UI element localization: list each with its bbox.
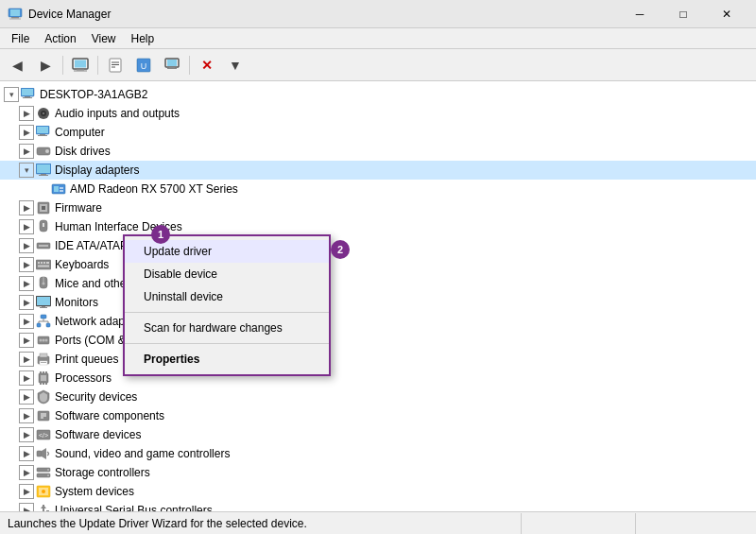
expand-ide[interactable]: ▶ [19, 238, 34, 253]
tree-item-usb[interactable]: ▶ Universal Serial Bus controllers [0, 501, 756, 511]
svg-point-30 [45, 149, 49, 153]
tree-item-softcomp[interactable]: ▶ Software components [0, 406, 756, 425]
tree-item-print[interactable]: ▶ Print queues [0, 350, 756, 369]
expand-monitors[interactable]: ▶ [19, 295, 34, 310]
menu-help[interactable]: Help [124, 30, 163, 47]
expand-system[interactable]: ▶ [19, 484, 34, 499]
expand-hid[interactable]: ▶ [19, 219, 34, 234]
svg-point-24 [43, 112, 44, 114]
menu-file[interactable]: File [4, 30, 37, 47]
expand-usb[interactable]: ▶ [19, 503, 34, 511]
menu-action[interactable]: Action [37, 30, 83, 47]
tree-item-audio[interactable]: ▶ Audio inputs and outputs [0, 104, 756, 123]
tree-item-storage[interactable]: ▶ Storage controllers [0, 463, 756, 482]
svg-rect-15 [167, 60, 177, 66]
storage-icon [36, 465, 51, 480]
softdev-icon: </> [36, 427, 51, 442]
expand-network[interactable]: ▶ [19, 314, 34, 329]
tree-item-keyboard[interactable]: ▶ Keyboards [0, 255, 756, 274]
processors-label: Processors [55, 371, 112, 385]
svg-rect-59 [41, 315, 46, 319]
help-button[interactable]: ▼ [222, 53, 249, 78]
toolbar-sep-3 [189, 56, 190, 75]
expand-print[interactable]: ▶ [19, 352, 34, 367]
tree-item-computer[interactable]: ▶ Computer [0, 123, 756, 142]
display-label: Display adapters [55, 164, 139, 177]
tree-item-display[interactable]: ▾ Display adapters [0, 161, 756, 180]
back-button[interactable]: ◀ [4, 53, 30, 78]
expand-softdev[interactable]: ▶ [19, 427, 34, 442]
ctx-separator-2 [125, 343, 329, 344]
menu-view[interactable]: View [84, 30, 124, 47]
expand-root[interactable]: ▾ [4, 87, 19, 102]
expand-audio[interactable]: ▶ [19, 106, 34, 121]
tree-item-disk[interactable]: ▶ Disk drives [0, 142, 756, 161]
mouse-icon [36, 276, 51, 291]
display-icon [36, 163, 51, 178]
svg-rect-57 [42, 306, 45, 307]
ctx-properties[interactable]: Properties [125, 348, 329, 370]
tree-item-network[interactable]: ▶ Network adapters [0, 312, 756, 331]
menu-bar: File Action View Help [0, 28, 756, 49]
close-button[interactable]: ✕ [705, 0, 748, 28]
tree-item-ports[interactable]: ▶ Ports (COM & LPT) [0, 331, 756, 350]
svg-rect-1 [10, 9, 20, 16]
expand-computer[interactable]: ▶ [19, 125, 34, 140]
device-tree[interactable]: ▾ DESKTOP-3A1AGB2 ▶ Audio [0, 81, 756, 511]
softcomp-icon [36, 408, 51, 423]
tree-item-sound[interactable]: ▶ Sound, video and game controllers [0, 444, 756, 463]
status-text: Launches the Update Driver Wizard for th… [8, 517, 521, 530]
tree-item-system[interactable]: ▶ System devices [0, 482, 756, 501]
computer-icon [21, 87, 36, 102]
expand-mice[interactable]: ▶ [19, 276, 34, 291]
svg-text:</>: </> [39, 432, 48, 439]
tree-item-security[interactable]: ▶ Security devices [0, 388, 756, 406]
title-bar-text: Device Manager [28, 8, 618, 21]
scan-toolbar-button[interactable] [159, 53, 185, 78]
disk-label: Disk drives [55, 145, 111, 158]
maximize-button[interactable]: □ [662, 0, 705, 28]
ctx-disable-device[interactable]: Disable device [125, 263, 329, 285]
delete-button[interactable]: ✕ [194, 53, 220, 78]
ctx-uninstall-device[interactable]: Uninstall device [125, 285, 329, 308]
expand-ports[interactable]: ▶ [19, 333, 34, 348]
expand-disk[interactable]: ▶ [19, 144, 34, 159]
sound-icon [36, 446, 51, 461]
expand-firmware[interactable]: ▶ [19, 200, 34, 215]
update-driver-toolbar-button[interactable]: U [130, 53, 157, 78]
ctx-update-driver[interactable]: Update driver [125, 240, 329, 263]
expand-display[interactable]: ▾ [19, 163, 34, 178]
expand-placeholder-amd [34, 181, 49, 197]
tree-item-amd[interactable]: AMD Radeon RX 5700 XT Series [0, 180, 756, 198]
tree-item-firmware[interactable]: ▶ Firmware [0, 198, 756, 217]
expand-softcomp[interactable]: ▶ [19, 408, 34, 423]
tree-item-processors[interactable]: ▶ Processors [0, 369, 756, 388]
properties-button[interactable] [102, 53, 129, 78]
toolbar-sep-2 [97, 56, 98, 75]
svg-rect-98 [46, 510, 49, 511]
pc-button[interactable] [67, 53, 94, 78]
tree-item-ide[interactable]: ▶ IDE ATA/ATAPI controllers [0, 236, 756, 255]
expand-security[interactable]: ▶ [19, 389, 34, 405]
main-content: ▾ DESKTOP-3A1AGB2 ▶ Audio [0, 81, 756, 534]
tree-item-hid[interactable]: ▶ Human Interface Devices [0, 217, 756, 236]
port-icon [36, 333, 51, 348]
expand-sound[interactable]: ▶ [19, 446, 34, 461]
svg-rect-21 [23, 97, 32, 98]
svg-rect-17 [167, 68, 177, 69]
ctx-scan[interactable]: Scan for hardware changes [125, 317, 329, 339]
minimize-button[interactable]: ─ [618, 0, 662, 28]
tree-item-monitors[interactable]: ▶ Monitors [0, 293, 756, 312]
tree-item-softdev[interactable]: ▶ </> Software devices [0, 425, 756, 444]
expand-processors[interactable]: ▶ [19, 370, 34, 386]
tree-item-root[interactable]: ▾ DESKTOP-3A1AGB2 [0, 85, 756, 104]
disk-icon [36, 144, 51, 159]
svg-text:U: U [141, 61, 147, 71]
svg-marker-97 [41, 505, 46, 508]
svg-rect-50 [46, 262, 49, 264]
expand-storage[interactable]: ▶ [19, 465, 34, 480]
monitors-label: Monitors [55, 296, 98, 309]
expand-keyboard[interactable]: ▶ [19, 257, 34, 272]
forward-button[interactable]: ▶ [32, 53, 59, 78]
tree-item-mice[interactable]: ▶ Mice and other pointing devices [0, 274, 756, 293]
